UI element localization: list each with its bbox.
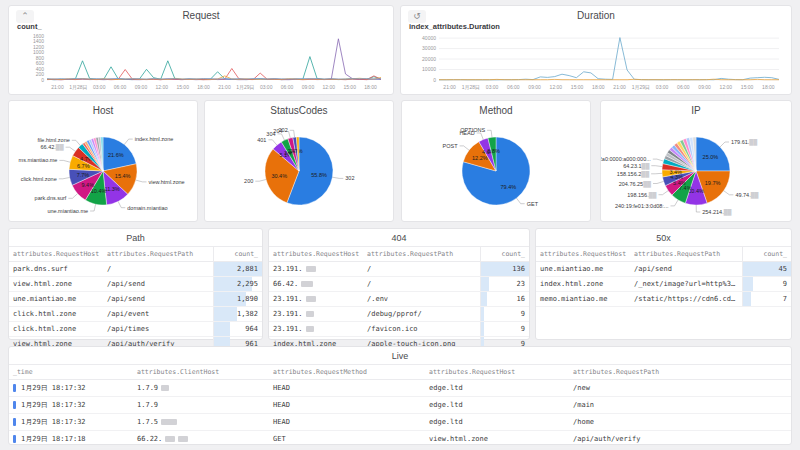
request-path-cell: /static/https://cdn6.cdn-telegram.org/fi… <box>630 292 743 307</box>
pie-label-leader <box>517 198 525 204</box>
series-line <box>47 69 381 80</box>
pie-label-leader <box>278 134 285 140</box>
x-tick-label: 1月29日 <box>236 84 254 91</box>
series-line <box>47 79 381 80</box>
count-cell: 2,881 <box>214 262 263 277</box>
live-table: _timeattributes.ClientHostattributes.Req… <box>9 364 791 450</box>
column-header[interactable]: attributes.RequestHost <box>425 365 569 380</box>
pie-label-leader <box>659 191 669 195</box>
live-log-row[interactable]: 1月29日 18:17:321.7.9HEADedge.ltd/main <box>9 397 791 414</box>
redaction-box <box>306 266 316 272</box>
panel-title-request: Request <box>9 6 393 21</box>
pie-percent-label: 3.8% <box>487 148 500 154</box>
column-header[interactable]: attributes.RequestPath <box>103 247 214 262</box>
pie-slice-label: 2a0:0000:a000:000... <box>601 156 651 162</box>
panel-pie-host: Host index.html.zone21.6%view.html.zone1… <box>8 100 198 222</box>
column-header[interactable]: count_ <box>214 247 263 262</box>
pie-slice-label: park.dns.surf <box>35 195 67 201</box>
count-cell: 1,890 <box>214 292 263 307</box>
pie-label-leader <box>66 147 76 151</box>
pie-slice-label: 401 <box>257 137 266 143</box>
pie-label-leader <box>460 146 470 150</box>
column-header[interactable]: attributes.RequestPath <box>630 247 743 262</box>
count-cell: 9 <box>743 277 792 292</box>
pie-percent-label: 7.7% <box>77 172 90 178</box>
table-title-50x: 50x <box>536 229 791 246</box>
pie-label-leader <box>255 180 266 182</box>
pie-percent-label: 11.3% <box>104 186 119 192</box>
count-cell: 9 <box>481 307 530 322</box>
x-tick-label: 18:00 <box>197 84 210 90</box>
pie-label-leader <box>651 166 662 167</box>
table-row[interactable]: 23.191./.env16 <box>269 292 529 307</box>
count-cell: 16 <box>481 292 530 307</box>
table-row[interactable]: view.html.zone/api/send2,295 <box>9 277 262 292</box>
table-row[interactable]: click.html.zone/api/times964 <box>9 322 262 337</box>
count-cell: 964 <box>214 322 263 337</box>
x-tick-label: 21:00 <box>613 84 626 90</box>
pie-slice-label: 204.76.25██ <box>619 181 651 188</box>
pie-label-leader <box>59 160 70 162</box>
50x-table: attributes.RequestHostattributes.Request… <box>536 246 791 307</box>
table-row[interactable]: 23.191./136 <box>269 262 529 277</box>
table-row[interactable]: park.dns.surf/2,881 <box>9 262 262 277</box>
live-log-row[interactable]: 1月29日 18:17:321.7.9HEADedge.ltd/new <box>9 380 791 397</box>
column-header[interactable]: attributes.ClientHost <box>133 365 269 380</box>
count-cell: 7 <box>743 292 792 307</box>
column-header[interactable]: count_ <box>743 247 792 262</box>
request-host-cell: 66.42. <box>269 277 363 292</box>
time-cell: 1月29日 18:17:32 <box>9 414 133 431</box>
request-path-cell: /api/send <box>103 277 214 292</box>
column-header[interactable]: attributes.RequestPath <box>363 247 481 262</box>
request-host-cell: 23.191. <box>269 322 363 337</box>
method-pie-chart: GET79.4%POST12.2%HEAD4.6%OPTIONS3.8% <box>402 119 590 219</box>
column-header[interactable]: attributes.RequestMethod <box>269 365 425 380</box>
table-row[interactable]: 23.191./debug/pprof/9 <box>269 307 529 322</box>
y-tick-label: 200 <box>36 71 45 77</box>
redaction-box <box>306 326 314 332</box>
table-title-path: Path <box>9 229 262 246</box>
request-path-cell: /api/send <box>630 262 743 277</box>
column-header[interactable]: attributes.RequestHost <box>9 247 103 262</box>
request-path-cell: /home <box>569 414 791 431</box>
log-level-bar <box>13 384 16 392</box>
request-line-chart: 0200400600800100012001400160021:001月28日0… <box>13 32 389 92</box>
y-tick-label: 0 <box>41 77 44 83</box>
pie-percent-label: 9.4% <box>82 182 95 188</box>
request-path-cell: /_next/image?url=http%3A%2F%2Fimg-image.… <box>630 277 743 292</box>
time-cell: 1月29日 18:17:32 <box>9 380 133 397</box>
table-row[interactable]: click.html.zone/api/event1,382 <box>9 307 262 322</box>
x-tick-label: 15:00 <box>571 84 584 90</box>
table-row[interactable]: memo.miantiao.me/static/https://cdn6.cdn… <box>536 292 791 307</box>
panel-table-path: Path attributes.RequestHostattributes.Re… <box>8 228 263 340</box>
pie-slice-label: index.html.zone <box>135 136 174 142</box>
column-header[interactable]: attributes.RequestHost <box>269 247 363 262</box>
table-row[interactable]: une.miantiao.me/api/send1,890 <box>9 292 262 307</box>
host-pie-chart: index.html.zone21.6%view.html.zone15.4%d… <box>9 119 197 219</box>
x-tick-label: 12:00 <box>720 84 733 90</box>
column-header[interactable]: attributes.RequestPath <box>569 365 791 380</box>
live-log-row[interactable]: 1月29日 18:17:321.7.5HEADedge.ltd/home <box>9 414 791 431</box>
log-level-bar <box>13 418 16 426</box>
count-heat-bar <box>481 277 489 291</box>
table-row[interactable]: index.html.zone/_next/image?url=http%3A%… <box>536 277 791 292</box>
pie-percent-label: 6.7% <box>77 163 90 169</box>
live-log-row[interactable]: 1月29日 18:17:1866.22.GETview.html.zone/ap… <box>9 431 791 448</box>
table-row[interactable]: 66.42./23 <box>269 277 529 292</box>
time-cell: 1月29日 18:17:32 <box>9 397 133 414</box>
y-tick-label: 10000 <box>422 66 436 72</box>
column-header[interactable]: attributes.RequestHost <box>536 247 630 262</box>
pie-percent-label: 15.4% <box>115 173 131 179</box>
y-axis-label: count_ <box>17 22 42 31</box>
column-header[interactable]: count_ <box>481 247 530 262</box>
pie-slice-label: 240:19:fe01:3:0d08:... <box>615 203 669 209</box>
pie-slice-label: 202 <box>279 127 288 133</box>
request-path-cell: /favicon.ico <box>363 322 481 337</box>
request-path-cell: /.env <box>363 292 481 307</box>
pie-slice-label: 179.61.██ <box>731 139 757 146</box>
table-row[interactable]: une.miantiao.me/api/send45 <box>536 262 791 277</box>
column-header[interactable]: _time <box>9 365 133 380</box>
panel-title-ip: IP <box>601 101 791 116</box>
table-row[interactable]: 23.191./favicon.ico9 <box>269 322 529 337</box>
x-tick-label: 12:00 <box>156 84 169 90</box>
